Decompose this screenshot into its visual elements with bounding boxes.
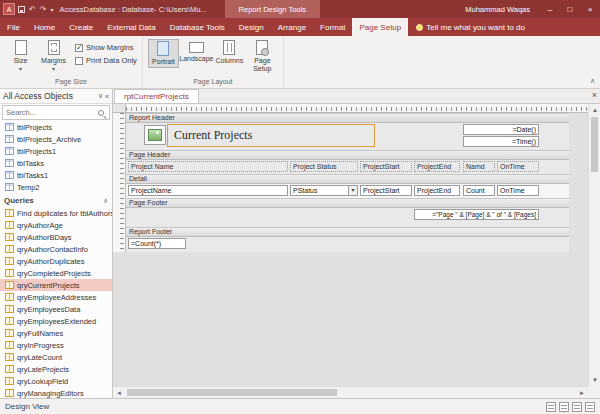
- nav-item-query[interactable]: qryEmployeeAddresses: [0, 291, 112, 303]
- report-view-icon[interactable]: [546, 402, 556, 412]
- section-bar-page-header[interactable]: Page Header: [126, 150, 569, 160]
- shutter-bar-icon[interactable]: «: [105, 93, 109, 100]
- maximize-button[interactable]: □: [560, 0, 580, 18]
- tab-external-data[interactable]: External Data: [100, 18, 162, 36]
- column-header-label[interactable]: OnTime: [497, 161, 539, 172]
- nav-item-query[interactable]: qryLookupField: [0, 375, 112, 387]
- nav-item-query[interactable]: qryAuthorContactInfo: [0, 243, 112, 255]
- scroll-down-icon[interactable]: ▼: [589, 374, 600, 386]
- nav-item-query[interactable]: qryAuthorBDays: [0, 231, 112, 243]
- section-bar-detail[interactable]: Detail: [126, 174, 569, 184]
- column-header-label[interactable]: Project Status: [290, 161, 358, 172]
- columns-button[interactable]: Columns: [214, 39, 245, 66]
- horizontal-ruler[interactable]: [126, 104, 588, 113]
- date-textbox[interactable]: =Date(): [463, 124, 539, 135]
- ontime-textbox[interactable]: OnTime: [497, 185, 539, 196]
- nav-menu-icon[interactable]: ∨: [98, 92, 103, 100]
- report-header-band[interactable]: Current Projects =Date() =Time(): [126, 123, 569, 150]
- search-input[interactable]: [3, 108, 98, 117]
- tab-design[interactable]: Design: [232, 18, 271, 36]
- projectname-textbox[interactable]: ProjectName: [128, 185, 288, 196]
- scroll-up-icon[interactable]: ▲: [589, 104, 600, 116]
- count-textbox[interactable]: Count: [463, 185, 495, 196]
- landscape-button[interactable]: Landscape: [181, 39, 212, 64]
- column-header-label[interactable]: Project Name: [128, 161, 288, 172]
- vertical-ruler[interactable]: [113, 113, 126, 252]
- close-document-icon[interactable]: ×: [592, 90, 597, 100]
- nav-item-query[interactable]: qryLateCount: [0, 351, 112, 363]
- nav-item-table[interactable]: tblProjects: [0, 121, 112, 133]
- nav-item-table[interactable]: tblProjects_Archive: [0, 133, 112, 145]
- nav-item-query[interactable]: qryFullNames: [0, 327, 112, 339]
- nav-item-table[interactable]: tblTasks: [0, 157, 112, 169]
- tab-page-setup[interactable]: Page Setup: [352, 18, 408, 36]
- margins-button[interactable]: Margins ▾: [38, 39, 69, 74]
- layout-view-icon[interactable]: [572, 402, 582, 412]
- page-footer-band[interactable]: ="Page " & [Page] & " of " & [Pages]: [126, 208, 569, 227]
- vertical-scrollbar[interactable]: ▲ ▼: [588, 104, 600, 386]
- report-footer-band[interactable]: =Count(*): [126, 237, 569, 252]
- close-button[interactable]: ×: [580, 0, 600, 18]
- nav-item-query-selected[interactable]: qryCurrentProjects: [0, 279, 112, 291]
- combobox-dropdown-icon[interactable]: ▾: [348, 186, 357, 195]
- tab-arrange[interactable]: Arrange: [271, 18, 313, 36]
- nav-group-queries[interactable]: Queries ∧: [0, 194, 112, 207]
- page-setup-button[interactable]: Page Setup: [247, 39, 278, 74]
- horizontal-scroll-thumb[interactable]: [127, 389, 337, 396]
- report-title-label[interactable]: Current Projects: [167, 124, 375, 147]
- nav-item-query[interactable]: qryEmployeesExtended: [0, 315, 112, 327]
- nav-item-query[interactable]: qryAuthorAge: [0, 219, 112, 231]
- count-expression-textbox[interactable]: =Count(*): [128, 238, 186, 249]
- nav-item-query[interactable]: qryManagingEditors: [0, 387, 112, 398]
- vertical-scroll-thumb[interactable]: [591, 117, 598, 172]
- tab-home[interactable]: Home: [27, 18, 62, 36]
- qat-customize-icon[interactable]: ▾: [50, 6, 53, 13]
- collapse-ribbon-icon[interactable]: ∧: [590, 77, 595, 85]
- save-icon[interactable]: [18, 6, 25, 13]
- tab-format[interactable]: Format: [313, 18, 352, 36]
- projectstart-textbox[interactable]: ProjectStart: [360, 185, 412, 196]
- horizontal-scrollbar[interactable]: ◄ ►: [113, 386, 588, 398]
- column-header-label[interactable]: ProjectEnd: [414, 161, 460, 172]
- user-name[interactable]: Muhammad Waqas: [465, 5, 530, 14]
- ruler-origin[interactable]: [113, 104, 126, 113]
- tab-file[interactable]: File: [0, 18, 27, 36]
- time-textbox[interactable]: =Time(): [463, 136, 539, 147]
- nav-item-query[interactable]: Find duplicates for tblAuthors: [0, 207, 112, 219]
- nav-item-table[interactable]: Temp2: [0, 181, 112, 193]
- show-margins-checkbox[interactable]: Show Margins: [75, 43, 137, 52]
- search-icon[interactable]: [98, 110, 104, 116]
- document-tab[interactable]: rptCurrentProjects: [114, 89, 199, 103]
- nav-item-query[interactable]: qryInProgress: [0, 339, 112, 351]
- design-view-icon[interactable]: [585, 402, 595, 412]
- detail-band[interactable]: ProjectName PStatus ▾ ProjectStart Proje…: [126, 184, 569, 198]
- pstatus-combobox[interactable]: PStatus ▾: [290, 185, 358, 196]
- section-bar-page-footer[interactable]: Page Footer: [126, 198, 569, 208]
- page-number-textbox[interactable]: ="Page " & [Page] & " of " & [Pages]: [414, 209, 539, 220]
- nav-item-table[interactable]: tblProjects1: [0, 145, 112, 157]
- print-data-only-checkbox[interactable]: Print Data Only: [75, 56, 137, 65]
- nav-pane-header[interactable]: All Access Objects ∨ «: [0, 89, 112, 104]
- section-bar-report-footer[interactable]: Report Footer: [126, 227, 569, 237]
- column-header-label[interactable]: ProjectStart: [360, 161, 412, 172]
- tab-create[interactable]: Create: [62, 18, 100, 36]
- tab-database-tools[interactable]: Database Tools: [163, 18, 232, 36]
- size-button[interactable]: Size ▾: [5, 39, 36, 74]
- print-preview-icon[interactable]: [559, 402, 569, 412]
- minimize-button[interactable]: –: [540, 0, 560, 18]
- nav-item-table[interactable]: tblTasks1: [0, 169, 112, 181]
- tell-me-box[interactable]: Tell me what you want to do: [408, 18, 533, 36]
- nav-item-query[interactable]: qryAuthorDuplicates: [0, 255, 112, 267]
- column-header-label[interactable]: Namd: [463, 161, 495, 172]
- nav-item-query[interactable]: qryEmployeesData: [0, 303, 112, 315]
- section-bar-report-header[interactable]: Report Header: [126, 113, 569, 123]
- nav-pane-title: All Access Objects: [3, 91, 96, 101]
- logo-image-control[interactable]: [144, 125, 166, 145]
- portrait-button[interactable]: Portrait: [148, 39, 179, 68]
- undo-icon[interactable]: ↶: [29, 5, 36, 14]
- nav-item-query[interactable]: qryCompletedProjects: [0, 267, 112, 279]
- redo-icon[interactable]: ↷: [40, 5, 47, 14]
- projectend-textbox[interactable]: ProjectEnd: [414, 185, 460, 196]
- page-header-band[interactable]: Project Name Project Status ProjectStart…: [126, 160, 569, 174]
- nav-item-query[interactable]: qryLateProjects: [0, 363, 112, 375]
